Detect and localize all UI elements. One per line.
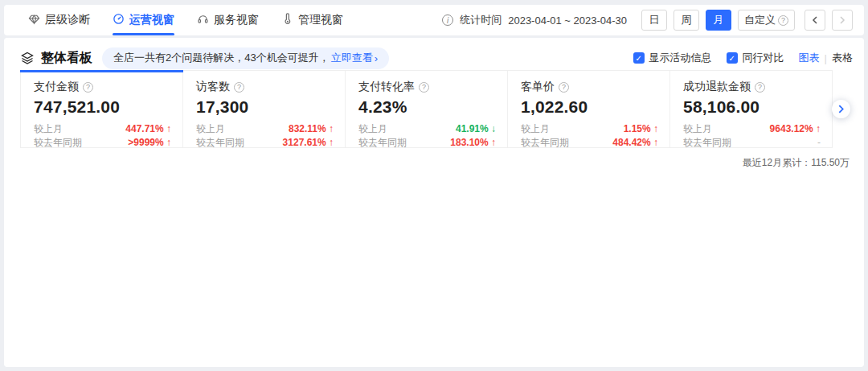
kpi-comparison-row: 较上月1.15% ↑ <box>521 122 658 136</box>
kpi-title: 支付金额 <box>34 80 79 94</box>
chart-view-button[interactable]: 图表 <box>799 51 820 65</box>
tab-label: 运营视窗 <box>129 13 174 27</box>
kpi-value: 58,106.00 <box>683 97 821 117</box>
show-activity-checkbox[interactable]: ✓ 显示活动信息 <box>633 51 712 65</box>
comparison-label: 较上月 <box>683 122 712 136</box>
tab-service-view[interactable]: 服务视窗 <box>197 5 259 35</box>
cumulative-12m-label: 最近12月累计：115.50万 <box>743 156 850 170</box>
date-pager <box>805 10 853 31</box>
checkbox-checked-icon: ✓ <box>727 52 738 64</box>
kpi-title: 支付转化率 <box>358 80 415 94</box>
tab-management-view[interactable]: 管理视窗 <box>281 5 343 35</box>
kpi-comparison-row: 较上月9643.12% ↑ <box>683 122 821 136</box>
info-icon: i <box>442 14 453 26</box>
period-week-button[interactable]: 周 <box>674 10 699 31</box>
tab-label: 层级诊断 <box>45 13 90 27</box>
tab-label: 管理视窗 <box>298 13 343 27</box>
kpi-card-row: 支付金额 ? 747,521.00 较上月447.71% ↑较去年同期>9999… <box>20 70 833 148</box>
kpi-value: 1,022.60 <box>521 97 658 117</box>
kpi-comparison-row: 较去年同期183.10% ↑ <box>358 136 496 150</box>
kpi-card[interactable]: 访客数 ? 17,300 较上月832.11% ↑较去年同期3127.61% ↑ <box>183 71 346 147</box>
comparison-label: 较去年同期 <box>358 136 407 150</box>
comparison-value: >9999% ↑ <box>128 136 171 150</box>
layers-icon <box>20 51 35 65</box>
help-icon[interactable]: ? <box>559 82 569 93</box>
tab-level-diagnosis[interactable]: 层级诊断 <box>28 5 90 35</box>
trend-line-chart[interactable] <box>4 188 864 365</box>
period-month-button[interactable]: 月 <box>706 10 731 31</box>
question-icon: ? <box>778 15 788 26</box>
table-view-button[interactable]: 表格 <box>832 51 853 65</box>
stat-time-label: 统计时间 <box>460 13 502 27</box>
comparison-label: 较上月 <box>34 122 63 136</box>
kpi-comparison-row: 较去年同期3127.61% ↑ <box>196 136 334 150</box>
kpi-comparisons: 较上月41.91% ↓较去年同期183.10% ↑ <box>358 122 496 150</box>
board-header: 整体看板 全店一共有2个问题待解决，43个机会可提升， 立即查看 › ✓ 显示活… <box>20 47 853 69</box>
kpi-comparison-row: 较去年同期>9999% ↑ <box>34 136 171 150</box>
help-icon[interactable]: ? <box>419 82 429 93</box>
comparison-value: 1.15% ↑ <box>624 122 658 136</box>
kpi-card[interactable]: 成功退款金额 ? 58,106.00 较上月9643.12% ↑较去年同期- <box>670 71 832 147</box>
kpi-comparisons: 较上月1.15% ↑较去年同期484.42% ↑ <box>521 122 658 150</box>
gauge-icon <box>113 13 125 27</box>
kpi-title: 访客数 <box>196 80 230 94</box>
kpi-title: 客单价 <box>521 80 555 94</box>
view-now-link[interactable]: 立即查看 <box>331 51 373 65</box>
chevron-right-icon <box>838 16 846 24</box>
kpi-comparison-row: 较去年同期- <box>683 136 821 150</box>
kpi-card[interactable]: 客单价 ? 1,022.60 较上月1.15% ↑较去年同期484.42% ↑ <box>508 71 670 147</box>
kpi-comparison-row: 较上月41.91% ↓ <box>358 122 496 136</box>
overall-dashboard-panel: 整体看板 全店一共有2个问题待解决，43个机会可提升， 立即查看 › ✓ 显示活… <box>4 38 864 367</box>
comparison-value: 3127.61% ↑ <box>283 136 334 150</box>
help-icon[interactable]: ? <box>83 82 93 93</box>
comparison-value: 9643.12% ↑ <box>770 122 821 136</box>
custom-label: 自定义 <box>744 13 776 27</box>
view-tabs: 层级诊断 运营视窗 服务视窗 管理视窗 <box>28 5 343 35</box>
show-activity-label: 显示活动信息 <box>649 51 712 65</box>
kpi-comparison-row: 较上月447.71% ↑ <box>34 122 171 136</box>
comparison-value: 183.10% ↑ <box>450 136 496 150</box>
period-day-button[interactable]: 日 <box>641 10 667 31</box>
view-switch: 图表 | 表格 <box>799 51 853 65</box>
kpi-comparison-row: 较上月832.11% ↑ <box>196 122 334 136</box>
top-navigation-bar: 层级诊断 运营视窗 服务视窗 管理视窗 i 统计 <box>4 5 864 35</box>
kpi-comparisons: 较上月447.71% ↑较去年同期>9999% ↑ <box>34 122 171 150</box>
stat-time-range: 2023-04-01 ~ 2023-04-30 <box>508 14 627 27</box>
divider: | <box>825 52 827 64</box>
board-header-options: ✓ 显示活动信息 ✓ 同行对比 图表 | 表格 <box>633 51 853 65</box>
comparison-label: 较去年同期 <box>683 136 731 150</box>
peer-compare-checkbox[interactable]: ✓ 同行对比 <box>727 51 784 65</box>
comparison-value: 832.11% ↑ <box>289 122 334 136</box>
comparison-label: 较去年同期 <box>521 136 569 150</box>
kpi-card[interactable]: 支付转化率 ? 4.23% 较上月41.91% ↓较去年同期183.10% ↑ <box>346 71 508 147</box>
comparison-value: - <box>817 136 821 150</box>
help-icon[interactable]: ? <box>234 82 244 93</box>
thermometer-icon <box>281 13 293 27</box>
kpi-title: 成功退款金额 <box>683 80 751 94</box>
chevron-right-icon: › <box>375 52 378 64</box>
comparison-label: 较上月 <box>521 122 550 136</box>
peer-compare-label: 同行对比 <box>743 51 784 65</box>
kpi-carousel-next-button[interactable] <box>832 100 850 118</box>
checkbox-checked-icon: ✓ <box>633 52 645 64</box>
period-custom-button[interactable]: 自定义 ? <box>738 10 795 31</box>
help-icon[interactable]: ? <box>755 82 765 93</box>
kpi-comparisons: 较上月9643.12% ↑较去年同期- <box>683 122 821 150</box>
gem-icon <box>28 13 40 27</box>
prev-period-button[interactable] <box>805 10 825 31</box>
kpi-value: 17,300 <box>196 97 334 117</box>
tab-label: 服务视窗 <box>214 13 259 27</box>
kpi-card[interactable]: 支付金额 ? 747,521.00 较上月447.71% ↑较去年同期>9999… <box>21 71 183 147</box>
chevron-right-icon <box>837 105 845 113</box>
kpi-comparison-row: 较去年同期484.42% ↑ <box>521 136 658 150</box>
tab-operations-view[interactable]: 运营视窗 <box>113 5 174 35</box>
comparison-label: 较上月 <box>358 122 387 136</box>
next-period-button[interactable] <box>832 10 853 31</box>
headset-icon <box>197 13 209 27</box>
notice-text: 全店一共有2个问题待解决，43个机会可提升， <box>113 51 330 65</box>
comparison-label: 较去年同期 <box>34 136 82 150</box>
comparison-value: 41.91% ↓ <box>456 122 496 136</box>
kpi-value: 747,521.00 <box>34 97 171 117</box>
kpi-comparisons: 较上月832.11% ↑较去年同期3127.61% ↑ <box>196 122 334 150</box>
comparison-label: 较上月 <box>196 122 225 136</box>
